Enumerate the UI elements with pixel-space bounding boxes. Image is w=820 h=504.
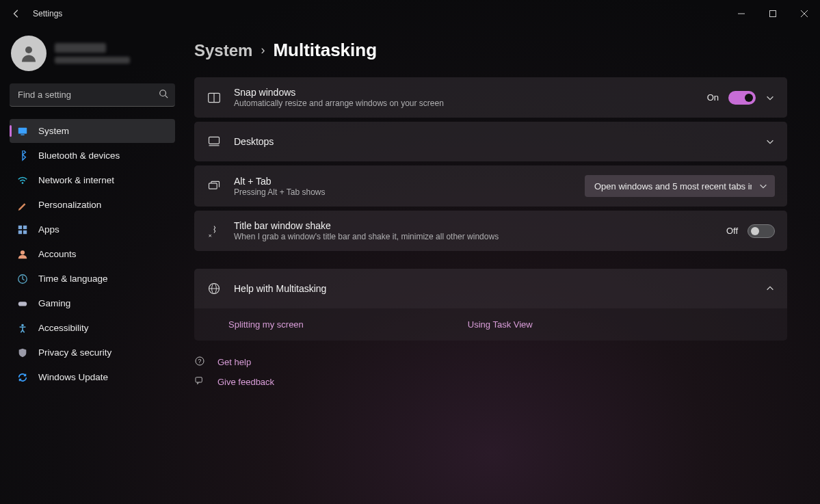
titlebar: Settings bbox=[0, 0, 820, 27]
sidebar-item-personalization[interactable]: Personalization bbox=[10, 193, 175, 217]
shield-icon bbox=[16, 347, 29, 359]
close-button[interactable] bbox=[789, 3, 820, 25]
sidebar-item-label: Time & language bbox=[38, 274, 108, 284]
app-title: Settings bbox=[33, 9, 62, 18]
snap-layout-icon bbox=[207, 90, 222, 105]
user-profile[interactable] bbox=[10, 34, 175, 81]
window-stack-icon bbox=[207, 178, 222, 194]
sidebar-item-gaming[interactable]: Gaming bbox=[10, 291, 175, 315]
svg-line-6 bbox=[166, 96, 168, 98]
toggle-label: On bbox=[707, 92, 719, 103]
globe-clock-icon bbox=[16, 273, 29, 285]
link-label: Give feedback bbox=[217, 377, 274, 387]
snap-toggle[interactable] bbox=[728, 91, 756, 105]
svg-point-9 bbox=[22, 182, 24, 184]
window-controls bbox=[726, 3, 820, 25]
sidebar-item-label: Accessibility bbox=[38, 323, 89, 333]
main-content: System › Multitasking Snap windows Autom… bbox=[183, 27, 820, 504]
help-link-taskview[interactable]: Using Task View bbox=[468, 319, 533, 330]
chevron-down-icon[interactable] bbox=[765, 93, 775, 103]
search-box[interactable] bbox=[10, 83, 175, 107]
chevron-up-icon[interactable] bbox=[765, 284, 775, 293]
sidebar-item-network-internet[interactable]: Network & internet bbox=[10, 168, 175, 192]
maximize-button[interactable] bbox=[757, 3, 789, 25]
sidebar-item-label: Bluetooth & devices bbox=[38, 150, 120, 161]
accessibility-icon bbox=[16, 322, 29, 334]
svg-rect-22 bbox=[209, 183, 217, 189]
snap-windows-card[interactable]: Snap windows Automatically resize and ar… bbox=[194, 77, 787, 118]
card-title: Title bar window shake bbox=[234, 220, 714, 231]
brush-icon bbox=[16, 199, 29, 211]
search-input[interactable] bbox=[10, 83, 175, 107]
gamepad-icon bbox=[16, 297, 29, 310]
feedback-icon bbox=[194, 375, 207, 388]
breadcrumb: System › Multitasking bbox=[194, 40, 787, 61]
chevron-down-icon[interactable] bbox=[765, 137, 775, 146]
sidebar-item-label: Gaming bbox=[38, 298, 70, 308]
nav-list: SystemBluetooth & devicesNetwork & inter… bbox=[10, 119, 175, 389]
sidebar-item-time-language[interactable]: Time & language bbox=[10, 267, 175, 291]
svg-rect-13 bbox=[23, 230, 27, 233]
window-shake-icon bbox=[207, 224, 222, 239]
minimize-button[interactable] bbox=[726, 3, 757, 25]
sidebar-item-system[interactable]: System bbox=[10, 119, 175, 143]
svg-rect-8 bbox=[21, 134, 24, 135]
svg-rect-1 bbox=[770, 11, 776, 17]
desktops-icon bbox=[207, 134, 222, 149]
sidebar-item-label: Windows Update bbox=[38, 372, 108, 382]
card-description: Automatically resize and arrange windows… bbox=[234, 98, 695, 108]
sidebar-item-windows-update[interactable]: Windows Update bbox=[10, 365, 175, 389]
globe-help-icon bbox=[207, 281, 222, 296]
chevron-right-icon: › bbox=[261, 43, 265, 57]
sidebar-item-privacy-security[interactable]: Privacy & security bbox=[10, 341, 175, 364]
sidebar-item-label: System bbox=[38, 126, 69, 136]
card-title: Alt + Tab bbox=[234, 176, 572, 187]
sidebar: SystemBluetooth & devicesNetwork & inter… bbox=[0, 27, 183, 504]
help-link-split[interactable]: Splitting my screen bbox=[228, 319, 304, 330]
sidebar-item-label: Personalization bbox=[38, 200, 101, 210]
svg-rect-10 bbox=[18, 225, 22, 228]
back-button[interactable] bbox=[11, 8, 22, 19]
card-title: Desktops bbox=[234, 136, 753, 147]
apps-icon bbox=[16, 224, 29, 236]
alt-tab-card[interactable]: Alt + Tab Pressing Alt + Tab shows Open … bbox=[194, 165, 787, 207]
chevron-down-icon bbox=[758, 181, 768, 191]
get-help-link[interactable]: ? Get help bbox=[194, 356, 787, 369]
bluetooth-icon bbox=[16, 150, 29, 162]
display-icon bbox=[16, 125, 29, 137]
wifi-icon bbox=[16, 174, 29, 187]
svg-text:?: ? bbox=[198, 358, 202, 364]
svg-point-14 bbox=[21, 250, 25, 254]
title-bar-shake-card[interactable]: Title bar window shake When I grab a win… bbox=[194, 211, 787, 251]
svg-rect-16 bbox=[18, 302, 27, 306]
sidebar-item-label: Privacy & security bbox=[38, 347, 111, 358]
sidebar-item-label: Accounts bbox=[38, 249, 77, 259]
alt-tab-dropdown[interactable]: Open windows and 5 most recent tabs in M bbox=[585, 175, 775, 197]
page-title: Multitasking bbox=[273, 40, 377, 61]
svg-rect-20 bbox=[209, 137, 220, 144]
svg-rect-12 bbox=[18, 230, 22, 233]
svg-point-17 bbox=[21, 323, 24, 326]
give-feedback-link[interactable]: Give feedback bbox=[194, 375, 787, 388]
sidebar-item-label: Network & internet bbox=[38, 175, 114, 185]
avatar bbox=[11, 36, 47, 71]
svg-rect-7 bbox=[18, 127, 27, 133]
card-title: Help with Multitasking bbox=[234, 283, 753, 294]
breadcrumb-parent[interactable]: System bbox=[194, 41, 252, 60]
sidebar-item-bluetooth-devices[interactable]: Bluetooth & devices bbox=[10, 144, 175, 168]
shake-toggle[interactable] bbox=[748, 224, 775, 238]
profile-text bbox=[55, 43, 130, 64]
svg-rect-28 bbox=[196, 377, 202, 382]
sidebar-item-accessibility[interactable]: Accessibility bbox=[10, 316, 175, 340]
sidebar-item-label: Apps bbox=[38, 224, 59, 235]
help-links: Splitting my screen Using Task View bbox=[194, 308, 787, 341]
card-title: Snap windows bbox=[234, 87, 695, 98]
toggle-label: Off bbox=[726, 226, 738, 236]
sidebar-item-accounts[interactable]: Accounts bbox=[10, 242, 175, 266]
search-icon bbox=[159, 89, 168, 101]
card-description: When I grab a window's title bar and sha… bbox=[234, 232, 714, 241]
desktops-card[interactable]: Desktops bbox=[194, 122, 787, 161]
sidebar-item-apps[interactable]: Apps bbox=[10, 217, 175, 241]
svg-rect-11 bbox=[23, 225, 27, 228]
help-header[interactable]: Help with Multitasking bbox=[194, 269, 787, 308]
